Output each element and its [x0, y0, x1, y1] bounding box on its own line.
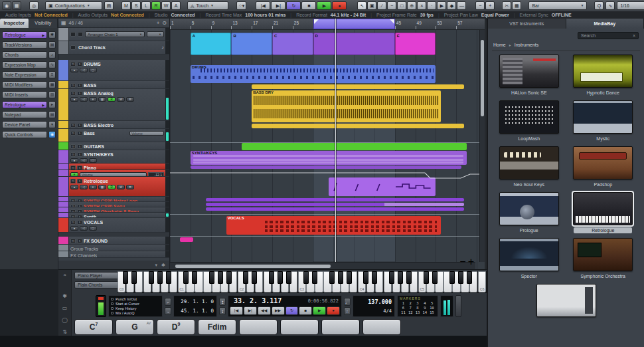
- piano-black-key[interactable]: [149, 271, 154, 284]
- marker-button-15[interactable]: 15: [428, 310, 436, 315]
- track-filter-icon[interactable]: ▦: [61, 21, 66, 26]
- chord-pads-settings-icon[interactable]: ✱: [62, 294, 67, 299]
- inserts-state-button[interactable]: ▦: [98, 97, 106, 102]
- tempo-value[interactable]: 137.000: [356, 298, 392, 305]
- lock-button[interactable]: ▢: [89, 226, 97, 231]
- edit-channel-button[interactable]: e: [89, 185, 97, 189]
- record-enable-button[interactable]: ●: [70, 158, 78, 163]
- automation-mode-dropdown[interactable]: ◬ Touch ▼: [187, 1, 228, 10]
- track-mute-button[interactable]: m: [70, 220, 76, 225]
- instrument-item-partial[interactable]: [532, 284, 601, 325]
- midi-modifiers-icon[interactable]: ▦: [48, 81, 56, 88]
- arranger-block-e[interactable]: E: [395, 33, 436, 55]
- find-track-icon[interactable]: ⊙: [162, 21, 167, 26]
- marker-button-8[interactable]: 8: [414, 306, 422, 310]
- chord-pad-d9[interactable]: D9: [157, 319, 195, 335]
- write-automation-button[interactable]: W: [117, 97, 125, 102]
- piano-black-key[interactable]: [218, 271, 223, 284]
- piano-black-key[interactable]: [131, 271, 137, 284]
- track-solo-button[interactable]: s: [77, 123, 82, 128]
- punch-in-button[interactable]: ⌐: [165, 298, 171, 306]
- track-row-volume[interactable]: eVolume-12.1: [58, 170, 169, 177]
- piano-black-key[interactable]: [449, 271, 455, 284]
- instrument-item-prologue[interactable]: Prologue: [495, 192, 564, 233]
- track-mute-button[interactable]: m: [70, 209, 76, 213]
- arranger-solo-button[interactable]: [78, 32, 83, 37]
- primary-time-display[interactable]: 33. 2. 3.117 0:00:56.822 |◀ ▶| ◀◀ ▶▶ ↻ ■…: [228, 295, 342, 317]
- piano-black-key[interactable]: [192, 271, 197, 284]
- marker-button-3[interactable]: 3: [414, 301, 422, 306]
- instrument-open-button[interactable]: ⊞: [126, 185, 134, 189]
- automation-r-button[interactable]: R: [151, 1, 161, 10]
- track-mute-button[interactable]: m: [70, 166, 76, 170]
- piano-black-key[interactable]: [312, 271, 317, 284]
- track-volume-slider[interactable]: Volume: [80, 172, 147, 177]
- read-automation-button[interactable]: R: [108, 185, 116, 189]
- midi-inserts-icon[interactable]: ▥: [48, 91, 56, 98]
- record-mode-option[interactable]: Mix / AutoQ: [111, 311, 160, 315]
- piano-black-key[interactable]: [329, 271, 335, 284]
- track-row-chord[interactable]: Chord Track ♪: [58, 41, 169, 55]
- transport-go-end-button[interactable]: ▶|: [244, 306, 257, 315]
- marker-button-13[interactable]: 13: [414, 310, 422, 315]
- track-row-synth-keys[interactable]: msSYNTH/KEYS●◁▢: [58, 150, 169, 164]
- record-mode-option[interactable]: Start at Cursor: [111, 302, 160, 306]
- cycle-button[interactable]: ↻: [286, 1, 301, 10]
- automation-a-button[interactable]: A: [171, 1, 181, 10]
- marker-button-14[interactable]: 14: [421, 310, 428, 315]
- transport-record-button[interactable]: ●: [327, 306, 340, 315]
- add-track-icon[interactable]: +: [157, 21, 160, 26]
- status-value[interactable]: Not Connected: [35, 13, 68, 17]
- cycle-locator-bar[interactable]: [313, 19, 395, 29]
- instrument-item-retrologue[interactable]: Retrologue: [568, 192, 637, 233]
- setup-window-layout-icon[interactable]: ▦: [12, 1, 21, 10]
- chord-pads-keyboard[interactable]: C0C1C2C3C4C5C6: [118, 271, 487, 293]
- track-solo-button[interactable]: s: [77, 199, 82, 202]
- lock-button[interactable]: ▢: [89, 158, 97, 163]
- arranger-block-c[interactable]: C: [272, 33, 313, 55]
- piano-black-key[interactable]: [209, 271, 214, 284]
- piano-black-key[interactable]: [183, 271, 189, 284]
- piano-black-key[interactable]: [278, 271, 283, 284]
- to-right-locator-button[interactable]: ↧: [219, 307, 226, 315]
- piano-black-key[interactable]: [389, 271, 394, 284]
- instrument-icon[interactable]: ▸: [48, 101, 56, 108]
- chord-pad-g[interactable]: GAV: [116, 319, 154, 335]
- monitor-button[interactable]: ◁: [80, 158, 88, 163]
- transport-cycle-button[interactable]: ↻: [285, 306, 299, 315]
- playhead-cursor[interactable]: [335, 19, 336, 269]
- read-automation-button[interactable]: R: [108, 97, 116, 102]
- clip-retro[interactable]: [329, 177, 436, 196]
- glue-tool-icon[interactable]: ~: [387, 1, 396, 10]
- clip-guitars[interactable]: [242, 143, 467, 150]
- automation-w-button[interactable]: W: [161, 1, 171, 10]
- instrument-thumbnail[interactable]: [499, 55, 559, 88]
- instrument-item-spector[interactable]: Spector: [495, 238, 564, 279]
- inserts-state-button[interactable]: ▦: [98, 185, 106, 189]
- clip-drums[interactable]: DRUMS: [191, 65, 436, 83]
- chord-audition-icon[interactable]: ♪: [161, 45, 164, 51]
- chord-pad-c7[interactable]: C7: [74, 319, 113, 335]
- left-locator-value[interactable]: 29. 1. 1. 0: [177, 298, 214, 304]
- right-locator-value[interactable]: 45. 1. 1. 0: [177, 308, 214, 314]
- marker-button-12[interactable]: 12: [407, 310, 414, 315]
- instrument-thumbnail[interactable]: [573, 146, 633, 179]
- project-activate-icon[interactable]: ◉: [2, 1, 11, 10]
- track-solo-button[interactable]: s: [77, 204, 82, 207]
- track-row-fx-sound[interactable]: msFX SOUND: [58, 237, 169, 245]
- inspector-toggle-icon[interactable]: ◎: [29, 1, 39, 10]
- piano-black-key[interactable]: [398, 271, 403, 284]
- instrument-thumbnail[interactable]: [573, 100, 633, 134]
- arranger-mute-button[interactable]: [70, 32, 76, 37]
- monitor-button[interactable]: ◁: [80, 68, 88, 72]
- tempo-track-icon[interactable]: ♩: [344, 298, 351, 306]
- quantize-toggle-button[interactable]: Q: [594, 1, 604, 10]
- track-row-retrologue[interactable]: msRetrologue●◁e▦RW⊞: [58, 177, 169, 197]
- clip-synth-keys[interactable]: SYNTH/KEYS: [191, 151, 467, 165]
- to-left-locator-button[interactable]: ↥: [219, 298, 226, 306]
- inspector-section-device-panel[interactable]: Device Panel: [2, 121, 47, 128]
- piano-black-key[interactable]: [123, 271, 128, 284]
- snap-toggle-icon[interactable]: ✂: [502, 1, 511, 10]
- arrange-area[interactable]: ABCDEDRUMSBASS DRYSYNTH/KEYSVOCALS159131…: [170, 19, 485, 269]
- piano-black-key[interactable]: [286, 271, 291, 284]
